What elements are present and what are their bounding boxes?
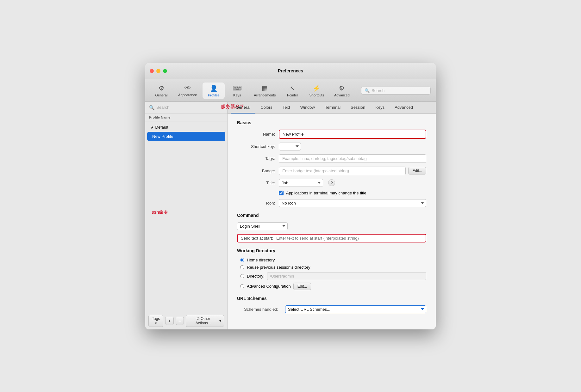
- tags-button[interactable]: Tags >: [148, 315, 163, 327]
- sidebar-search-input[interactable]: [156, 105, 223, 110]
- sidebar-search-icon: 🔍: [149, 105, 154, 110]
- tab-text[interactable]: Text: [278, 102, 295, 113]
- main-content: 服务器名字 ssh命令 🔍 Profile Name ★ Default New…: [145, 102, 436, 329]
- custom-dir-radio[interactable]: [240, 274, 244, 278]
- window-title: Preferences: [278, 68, 303, 73]
- shortcut-label: Shortcut key:: [237, 144, 275, 149]
- shortcut-control: [279, 143, 426, 150]
- login-shell-select[interactable]: Login Shell: [237, 222, 288, 230]
- shortcut-select[interactable]: [279, 143, 301, 150]
- right-panel: General Colors Text Window Terminal Sess…: [228, 102, 436, 329]
- custom-dir-input[interactable]: [267, 272, 426, 280]
- title-label: Title:: [237, 181, 275, 185]
- advanced-config-edit-button[interactable]: Edit...: [293, 283, 311, 290]
- tab-general[interactable]: General: [231, 102, 255, 113]
- shortcuts-icon: ⚡: [313, 84, 321, 92]
- toolbar-item-general[interactable]: ⚙ General: [150, 83, 172, 99]
- tags-input[interactable]: [279, 154, 426, 163]
- toolbar-item-shortcuts[interactable]: ⚡ Shortcuts: [305, 83, 328, 99]
- panel-content: Basics Name: Shortcut key:: [228, 114, 436, 329]
- command-section-title: Command: [237, 213, 426, 218]
- tab-window[interactable]: Window: [295, 102, 320, 113]
- tab-keys[interactable]: Keys: [370, 102, 390, 113]
- advanced-config-label: Advanced Configuration: [247, 284, 291, 289]
- title-select[interactable]: Job: [279, 179, 323, 187]
- tags-row: Tags:: [237, 154, 426, 163]
- send-text-input[interactable]: [276, 236, 422, 241]
- toolbar-label-pointer: Pointer: [287, 93, 298, 97]
- icon-control: No Icon: [279, 199, 426, 207]
- url-schemes-section: URL Schemes Schemes handled: Select URL …: [237, 296, 426, 313]
- url-schemes-select[interactable]: Select URL Schemes...: [285, 305, 426, 313]
- profile-list-header: Profile Name: [145, 113, 227, 121]
- toolbar-item-advanced[interactable]: ⚙ Advanced: [330, 83, 354, 99]
- maximize-button[interactable]: [163, 69, 167, 73]
- toolbar-label-keys: Keys: [233, 93, 241, 97]
- reuse-dir-radio[interactable]: [240, 265, 244, 269]
- profiles-icon: 👤: [210, 84, 218, 92]
- send-text-row: Send text at start:: [237, 234, 426, 242]
- profile-default-label: ★ Default: [150, 125, 168, 130]
- badge-edit-button[interactable]: Edit...: [408, 167, 426, 175]
- advanced-config-row: Advanced Configuration Edit...: [240, 283, 426, 290]
- icon-select[interactable]: No Icon: [279, 199, 426, 207]
- search-box[interactable]: 🔍: [361, 87, 431, 95]
- working-dir-title: Working Directory: [237, 248, 426, 253]
- shortcut-row: Shortcut key:: [237, 143, 426, 150]
- name-label: Name:: [237, 132, 275, 137]
- toolbar-label-arrangements: Arrangements: [254, 93, 276, 97]
- other-actions-button[interactable]: ⊙ Other Actions... ▾: [186, 315, 224, 327]
- search-input[interactable]: [372, 88, 427, 93]
- home-dir-row: Home directory: [240, 258, 426, 262]
- name-input[interactable]: [279, 130, 426, 139]
- titlebar: Preferences: [145, 63, 436, 79]
- profile-item-default[interactable]: ★ Default: [145, 123, 227, 132]
- title-change-checkbox[interactable]: [279, 191, 284, 195]
- other-actions-label: ⊙ Other Actions...: [189, 316, 218, 325]
- remove-profile-button[interactable]: −: [176, 317, 184, 325]
- minimize-button[interactable]: [156, 69, 160, 73]
- appearance-icon: 👁: [184, 84, 191, 92]
- tab-terminal[interactable]: Terminal: [320, 102, 346, 113]
- sidebar: 服务器名字 ssh命令 🔍 Profile Name ★ Default New…: [145, 102, 228, 329]
- badge-input[interactable]: [279, 167, 406, 175]
- send-text-label: Send text at start:: [241, 236, 273, 241]
- icon-row: Icon: No Icon: [237, 199, 426, 207]
- title-control: Job ?: [279, 179, 426, 187]
- tab-session[interactable]: Session: [346, 102, 370, 113]
- badge-row: Badge: Edit...: [237, 167, 426, 175]
- working-directory-section: Working Directory Home directory Reuse p…: [237, 248, 426, 290]
- toolbar-label-general: General: [155, 93, 167, 97]
- title-change-row: Applications in terminal may change the …: [279, 191, 426, 195]
- custom-dir-label: Directory:: [247, 274, 265, 279]
- pointer-icon: ↖: [290, 84, 295, 92]
- title-help-button[interactable]: ?: [328, 179, 335, 186]
- advanced-icon: ⚙: [339, 84, 345, 92]
- advanced-config-radio[interactable]: [240, 284, 244, 288]
- toolbar-item-profiles[interactable]: 👤 Profiles: [203, 83, 225, 99]
- url-row: Schemes handled: Select URL Schemes...: [237, 305, 426, 313]
- profile-list: ★ Default New Profile: [145, 121, 227, 312]
- name-row: Name:: [237, 130, 426, 139]
- window-controls[interactable]: [150, 69, 167, 73]
- tab-colors[interactable]: Colors: [255, 102, 278, 113]
- toolbar-item-pointer[interactable]: ↖ Pointer: [281, 83, 303, 99]
- url-schemes-title: URL Schemes: [237, 296, 426, 301]
- tags-control: [279, 154, 426, 163]
- keys-icon: ⌨: [233, 84, 242, 92]
- home-dir-radio[interactable]: [240, 258, 244, 262]
- name-control: [279, 130, 426, 139]
- toolbar-item-keys[interactable]: ⌨ Keys: [226, 83, 248, 99]
- toolbar-item-arrangements[interactable]: ▦ Arrangements: [249, 83, 280, 99]
- custom-dir-row: Directory:: [240, 272, 426, 280]
- toolbar-item-appearance[interactable]: 👁 Appearance: [174, 83, 201, 99]
- close-button[interactable]: [150, 69, 154, 73]
- toolbar-label-profiles: Profiles: [208, 93, 220, 97]
- title-row: Title: Job ?: [237, 179, 426, 187]
- add-profile-button[interactable]: +: [165, 317, 173, 325]
- tab-advanced[interactable]: Advanced: [390, 102, 418, 113]
- tags-label: Tags:: [237, 156, 275, 161]
- home-dir-label: Home directory: [247, 258, 275, 262]
- sidebar-search[interactable]: 🔍: [145, 102, 227, 113]
- profile-item-new[interactable]: New Profile: [147, 132, 225, 141]
